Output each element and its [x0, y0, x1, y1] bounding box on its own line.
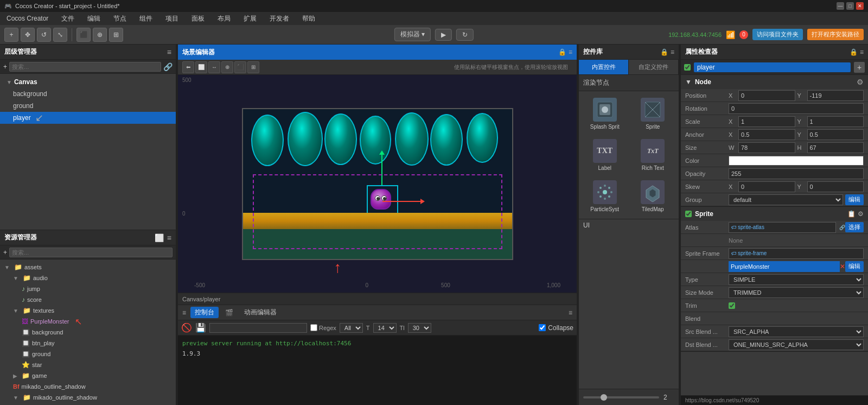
tab-custom[interactable]: 自定义控件: [629, 60, 679, 74]
comp-particle[interactable]: ParticleSyst: [581, 176, 629, 217]
font-size-select[interactable]: 14: [373, 323, 397, 333]
btn-play-file[interactable]: 🔲 btn_play: [0, 338, 176, 349]
menu-file[interactable]: 文件: [59, 14, 76, 23]
group-select[interactable]: default: [729, 194, 843, 205]
menu-layout[interactable]: 布局: [215, 14, 233, 23]
props-menu-icon[interactable]: ≡: [860, 48, 864, 56]
comp-label[interactable]: TXT Label: [581, 135, 629, 175]
tree-item-player[interactable]: player ↙: [0, 112, 176, 124]
src-blend-select[interactable]: SRC_ALPHA: [729, 326, 864, 337]
font-folder[interactable]: ▼ 📁 mikado_outline_shadow: [0, 392, 176, 403]
assets-add-icon[interactable]: +: [3, 249, 7, 256]
menu-edit[interactable]: 编辑: [85, 14, 103, 23]
menu-app[interactable]: Cocos Creator: [4, 15, 50, 22]
props-lock-icon[interactable]: 🔒: [850, 48, 858, 56]
minimize-button[interactable]: —: [837, 2, 844, 10]
open-install-button[interactable]: 打开程序安装路径: [807, 29, 864, 40]
play-button[interactable]: ▶: [435, 29, 452, 41]
comp-sprite[interactable]: Sprite: [629, 93, 677, 134]
asset-root[interactable]: ▼ 📁 assets: [0, 262, 176, 273]
zoom-slider[interactable]: [583, 396, 659, 398]
size-mode-select[interactable]: TRIMMED: [729, 287, 864, 298]
size-w-input[interactable]: [738, 142, 795, 153]
position-y-input[interactable]: [807, 90, 864, 101]
sprite-settings-icon[interactable]: ⚙: [858, 210, 864, 218]
simulator-button[interactable]: 模拟器 ▾: [394, 28, 431, 41]
scene-tool-4[interactable]: ⊕: [221, 61, 233, 73]
menu-extend[interactable]: 扩展: [241, 14, 259, 23]
console-tab-2[interactable]: 动画编辑器: [240, 307, 281, 318]
group-edit-button[interactable]: 编辑: [845, 194, 864, 205]
comp-tiledmap[interactable]: TiledMap: [629, 176, 677, 217]
game-folder[interactable]: ▶ 📁 game: [0, 370, 176, 381]
opacity-input[interactable]: [729, 168, 864, 179]
scene-tool-1[interactable]: ⬅: [182, 61, 194, 73]
console-clear-icon[interactable]: 🚫: [181, 322, 192, 333]
console-level-select[interactable]: All: [340, 323, 363, 333]
node-settings-icon[interactable]: ⚙: [857, 78, 864, 86]
sprite-frame-clear-button[interactable]: ✕: [840, 263, 845, 270]
scale-y-input[interactable]: [807, 116, 864, 127]
purple-monster-file[interactable]: 🖼 PurpleMonster ↖: [0, 316, 176, 327]
menu-help[interactable]: 帮助: [300, 14, 317, 23]
maximize-button[interactable]: □: [846, 2, 854, 10]
font-file[interactable]: Bf mikado_outline_shadow: [0, 381, 176, 392]
textures-folder[interactable]: ▼ 📁 textures: [0, 305, 176, 316]
scene-menu-icon[interactable]: ≡: [569, 48, 572, 56]
position-x-input[interactable]: [738, 90, 795, 101]
sprite-copy-icon[interactable]: 📋: [847, 210, 856, 218]
skew-y-input[interactable]: [807, 181, 864, 192]
tool-rect[interactable]: ⬛: [76, 28, 91, 42]
scene-tool-2[interactable]: ⬜: [195, 61, 207, 73]
menu-panel[interactable]: 面板: [189, 14, 207, 23]
menu-node[interactable]: 节点: [111, 14, 129, 23]
add-node-icon[interactable]: +: [3, 63, 7, 71]
anchor-x-input[interactable]: [738, 129, 795, 140]
hierarchy-collapse-icon[interactable]: ≡: [167, 48, 171, 56]
comp-menu-icon[interactable]: ≡: [671, 48, 674, 56]
console-save-icon[interactable]: 💾: [195, 322, 206, 333]
dst-blend-select[interactable]: ONE_MINUS_SRC_ALPHA: [729, 339, 864, 350]
score-file[interactable]: ♪ score: [0, 294, 176, 305]
visit-project-button[interactable]: 访问项目文件夹: [752, 29, 803, 40]
sprite-active-checkbox[interactable]: [685, 211, 692, 217]
refresh-button[interactable]: ↻: [456, 29, 474, 41]
collapse-checkbox[interactable]: [539, 324, 546, 331]
hierarchy-search-input[interactable]: [9, 62, 161, 72]
tool-anchor[interactable]: ⊕: [93, 28, 107, 42]
node-active-checkbox[interactable]: [684, 64, 691, 71]
tool-move[interactable]: ✥: [21, 28, 35, 42]
tool-scale[interactable]: ⤡: [53, 28, 67, 42]
tree-item-ground[interactable]: ground: [0, 100, 176, 112]
audio-folder[interactable]: ▼ 📁 audio: [0, 273, 176, 283]
sprite-frame-name[interactable]: PurpleMonster: [729, 261, 840, 272]
menu-developer[interactable]: 开发者: [267, 14, 291, 23]
jump-file[interactable]: ♪ jump: [0, 283, 176, 294]
close-button[interactable]: ✕: [856, 2, 864, 10]
rotation-input[interactable]: [729, 103, 864, 114]
anchor-y-input[interactable]: [807, 129, 864, 140]
assets-search-input[interactable]: [9, 248, 173, 257]
assets-collapse-icon[interactable]: ⬜: [155, 233, 164, 242]
size-h-input[interactable]: [807, 142, 864, 153]
tool-unknown[interactable]: ⊞: [109, 28, 123, 42]
skew-x-input[interactable]: [738, 181, 795, 192]
tree-item-background[interactable]: background: [0, 88, 176, 100]
tab-builtin[interactable]: 内置控件: [579, 60, 629, 74]
scale-x-input[interactable]: [738, 116, 795, 127]
tool-rotate[interactable]: ↺: [37, 28, 51, 42]
scene-tool-3[interactable]: ↔: [208, 61, 220, 73]
comp-splash-sprite[interactable]: Splash Sprit: [581, 93, 629, 134]
ground-file[interactable]: 🔲 ground: [0, 349, 176, 359]
type-select[interactable]: SIMPLE: [729, 274, 864, 285]
scene-tool-6[interactable]: ⊞: [247, 61, 259, 73]
node-add-button[interactable]: +: [854, 62, 865, 73]
background-file[interactable]: 🔲 background: [0, 327, 176, 338]
scene-lock-icon[interactable]: 🔒: [558, 48, 566, 56]
scene-tool-5[interactable]: ⬛: [234, 61, 246, 73]
sprite-section-header[interactable]: Sprite 📋 ⚙: [681, 207, 868, 221]
comp-rich-text[interactable]: TxT Rich Text: [629, 135, 677, 175]
tree-item-canvas[interactable]: ▼ Canvas: [0, 76, 176, 88]
assets-menu-icon[interactable]: ≡: [167, 233, 171, 242]
sprite-frame-edit-button[interactable]: 编辑: [845, 261, 864, 272]
